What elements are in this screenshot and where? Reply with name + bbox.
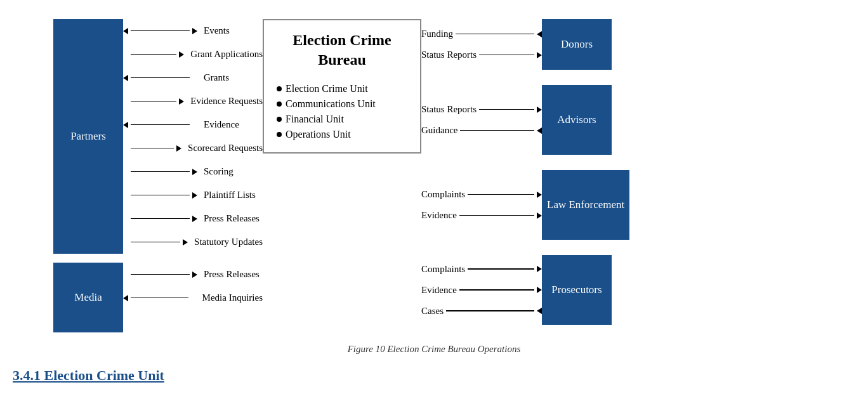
donors-group: Funding Status Reports Donors	[421, 19, 612, 70]
arrow-line	[131, 218, 190, 219]
arrow-line	[131, 54, 176, 55]
advisors-group: Status Reports Guidance Advisors	[421, 85, 612, 155]
center-list: Election Crime Unit Communications Unit …	[277, 81, 407, 142]
arrow-row-evidence-prosecutors: Evidence	[421, 280, 542, 301]
arrow-line	[446, 310, 534, 311]
arrow-label-status-reports-donors: Status Reports	[421, 49, 477, 60]
diagram-wrapper: Partners Events Grant App	[53, 19, 815, 355]
partners-box: Partners	[53, 19, 123, 254]
law-labels: Complaints Evidence	[421, 184, 542, 226]
arrow-row-cases-prosecutors: Cases	[421, 301, 542, 322]
law-enforcement-group: Complaints Evidence Law Enforcement	[421, 170, 629, 240]
arrow-line	[131, 298, 188, 299]
right-side: Funding Status Reports Donors	[421, 19, 629, 325]
arrow-row-status-reports-donors: Status Reports	[421, 44, 542, 65]
arrow-row-complaints-prosecutors: Complaints	[421, 259, 542, 280]
advisors-labels: Status Reports Guidance	[421, 99, 542, 141]
prosecutors-label: Prosecutors	[551, 284, 602, 296]
arrow-line	[456, 34, 534, 35]
media-box: Media	[53, 263, 123, 332]
main-diagram: Partners Events Grant App	[53, 19, 815, 332]
arrow-row-scorecard-req: Scorecard Requests	[123, 136, 263, 160]
arrow-line	[468, 194, 534, 195]
arrow-row-evidence: Evidence	[123, 113, 263, 136]
media-group: Media Press Releases Medi	[53, 263, 263, 332]
arrow-line	[131, 274, 190, 275]
arrow-head-right-icon	[537, 192, 542, 198]
partners-arrows-col: Events Grant Applications Grants	[123, 19, 263, 254]
arrow-line	[131, 242, 180, 243]
donors-box: Donors	[542, 19, 612, 70]
arrow-label-funding: Funding	[421, 29, 453, 39]
prosecutors-labels: Complaints Evidence Cases	[421, 259, 542, 322]
arrow-label-grant-apps: Grant Applications	[187, 49, 263, 60]
arrow-label-media-inquiries: Media Inquiries	[199, 292, 263, 303]
arrow-row-plaintiff-lists: Plaintiff Lists	[123, 183, 263, 207]
arrow-row-grants: Grants	[123, 66, 263, 89]
arrow-row-guidance: Guidance	[421, 120, 542, 141]
bullet-icon	[277, 102, 282, 107]
partners-label: Partners	[70, 130, 106, 143]
prosecutors-group: Complaints Evidence Cases	[421, 255, 612, 325]
arrow-label-plaintiff-lists: Plaintiff Lists	[200, 190, 263, 200]
arrow-label-guidance: Guidance	[421, 125, 457, 136]
arrow-head-right-icon	[537, 213, 542, 219]
arrow-row-statutory-updates: Statutory Updates	[123, 230, 263, 254]
arrow-head-left-icon	[537, 128, 542, 134]
arrow-label-evidence-req: Evidence Requests	[187, 96, 263, 107]
arrow-label-cases-prosecutors: Cases	[421, 306, 444, 317]
arrow-line	[131, 30, 190, 32]
arrow-label-status-reports-advisors: Status Reports	[421, 104, 477, 115]
arrow-line	[131, 195, 190, 196]
donors-labels: Funding Status Reports	[421, 23, 542, 65]
advisors-label: Advisors	[557, 114, 596, 126]
arrow-label-statutory-updates: Statutory Updates	[190, 237, 263, 247]
list-item-communications-unit: Communications Unit	[277, 96, 407, 112]
arrow-label-scoring: Scoring	[200, 166, 263, 177]
arrow-head-right-icon	[537, 287, 542, 293]
arrow-head-right-icon	[192, 169, 197, 175]
law-enforcement-label: Law Enforcement	[547, 199, 624, 211]
arrow-line	[131, 101, 176, 102]
arrow-label-evidence-law: Evidence	[421, 210, 457, 221]
arrow-head-right-icon	[192, 272, 197, 278]
arrow-head-right-icon	[192, 28, 197, 34]
arrow-row-grant-apps: Grant Applications	[123, 43, 263, 66]
figure-caption: Figure 10 Election Crime Bureau Operatio…	[53, 344, 815, 355]
arrow-line	[131, 77, 190, 79]
arrow-label-evidence-prosecutors: Evidence	[421, 285, 457, 296]
arrow-line	[468, 268, 534, 270]
arrow-line	[131, 148, 174, 149]
section-heading: 3.4.1 Election Crime Unit	[13, 367, 164, 384]
arrow-line	[479, 55, 534, 56]
arrow-head-left-icon	[123, 295, 128, 301]
arrow-head-right-icon	[537, 107, 542, 113]
arrow-label-events: Events	[200, 25, 263, 36]
arrow-line	[131, 124, 190, 126]
arrow-head-left-icon	[537, 31, 542, 37]
list-item-election-crime-unit: Election Crime Unit	[277, 81, 407, 96]
arrow-head-left-icon	[123, 75, 128, 81]
donors-label: Donors	[561, 38, 593, 51]
arrow-row-press-releases-partners: Press Releases	[123, 207, 263, 230]
arrow-label-scorecard-req: Scorecard Requests	[184, 143, 263, 154]
arrow-head-left-icon	[123, 28, 128, 34]
arrow-head-right-icon	[537, 266, 542, 272]
arrow-line	[459, 289, 534, 291]
arrow-head-left-icon	[537, 308, 542, 314]
arrow-label-press-releases-media: Press Releases	[200, 269, 263, 280]
list-item-financial-unit: Financial Unit	[277, 112, 407, 127]
arrow-head-right-icon	[192, 192, 197, 199]
arrow-head-right-icon	[176, 145, 181, 152]
arrow-head-right-icon	[537, 52, 542, 58]
arrow-label-press-releases-partners: Press Releases	[200, 213, 263, 224]
arrow-row-funding: Funding	[421, 23, 542, 44]
partners-group: Partners Events Grant App	[53, 19, 263, 254]
list-item-operations-unit: Operations Unit	[277, 127, 407, 142]
arrow-row-events: Events	[123, 19, 263, 43]
left-side: Partners Events Grant App	[53, 19, 263, 332]
arrow-row-media-inquiries: Media Inquiries	[123, 286, 263, 310]
arrow-row-evidence-req: Evidence Requests	[123, 89, 263, 113]
arrow-line	[479, 109, 534, 110]
arrow-line	[459, 215, 534, 216]
